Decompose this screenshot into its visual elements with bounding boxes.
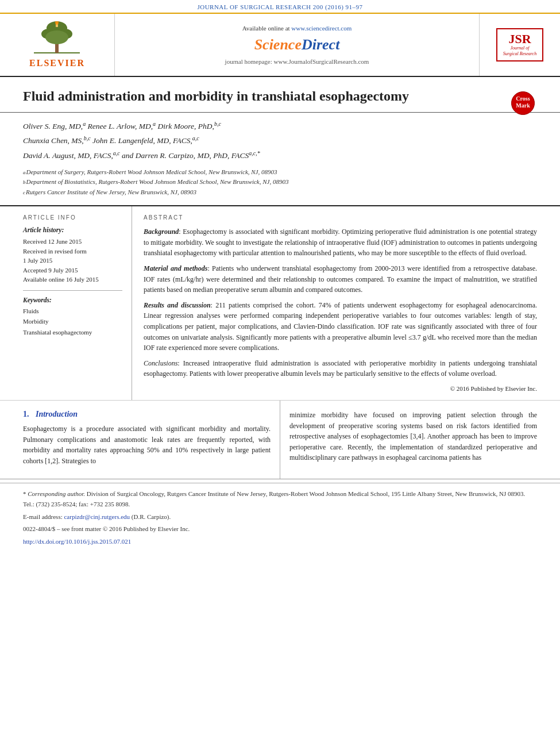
journal-homepage: journal homepage: www.JournalofSurgicalR… (225, 58, 369, 65)
section-number: 1. (23, 410, 29, 418)
jsr-abbr: JSR (503, 33, 536, 45)
introduction-col-left: 1. Introduction Esophagectomy is a proce… (0, 401, 280, 479)
author-and: and (122, 151, 136, 160)
authors-section: Oliver S. Eng, MD,a Renee L. Arlow, MD,a… (0, 113, 560, 206)
elsevier-logo-area: ELSEVIER (0, 14, 115, 76)
author4: Chunxia Chen, MS,b,c (23, 136, 91, 145)
doi-line: http://dx.doi.org/10.1016/j.jss.2015.07.… (23, 537, 537, 547)
doi-link[interactable]: http://dx.doi.org/10.1016/j.jss.2015.07.… (23, 538, 131, 545)
authors-line: Oliver S. Eng, MD,a Renee L. Arlow, MD,a… (23, 118, 537, 162)
svg-point-5 (45, 30, 68, 44)
author3: Dirk Moore, PhD,b,c (157, 122, 221, 130)
sciencedirect-direct: Direct (302, 36, 339, 53)
abstract-results: Results and discussion: 211 patients com… (144, 300, 537, 353)
keyword-morbidity: Morbidity (23, 316, 122, 327)
svg-text:Cross: Cross (516, 95, 530, 102)
email-note: E-mail address: carpizdr@cinj.rutgers.ed… (23, 512, 537, 522)
history-received: Received 12 June 2015 (23, 237, 122, 247)
svg-rect-1 (55, 43, 59, 53)
sciencedirect-url[interactable]: www.sciencedirect.com (291, 25, 352, 32)
affiliation-b: b Department of Biostatistics, Rutgers-R… (23, 177, 537, 187)
author6: David A. August, MD, FACS,a,c (23, 151, 120, 160)
email-parens: (D.R. Carpizo). (132, 513, 171, 520)
history-online: Available online 16 July 2015 (23, 275, 122, 284)
introduction-heading: 1. Introduction (23, 410, 271, 419)
author5: John E. Langenfeld, MD, FACS,a,c (92, 136, 199, 145)
history-revised-date: 1 July 2015 (23, 256, 122, 266)
author1: Oliver S. Eng, MD,a (23, 122, 86, 130)
footer: * Corresponding author. Division of Surg… (0, 483, 560, 552)
keyword-fluids: Fluids (23, 306, 122, 317)
email-link[interactable]: carpizdr@cinj.rutgers.edu (64, 513, 130, 520)
abstract-background: Background: Esophagectomy is associated … (144, 226, 537, 259)
history-revised-label: Received in revised form (23, 247, 122, 256)
crossmark-badge[interactable]: Cross Mark (508, 89, 537, 117)
abstract-col: ABSTRACT Background: Esophagectomy is as… (132, 206, 560, 400)
footer-divider (0, 479, 560, 479)
intro-para-right: minimize morbidity have focused on impro… (289, 410, 537, 463)
abstract-methods: Material and methods: Patients who under… (144, 263, 537, 295)
intro-para-left: Esophagectomy is a procedure associated … (23, 424, 271, 466)
elsevier-tree-icon (31, 21, 83, 56)
elsevier-wordmark: ELSEVIER (29, 58, 85, 68)
elsevier-logo: ELSEVIER (29, 21, 85, 68)
affiliations: a Department of Surgery, Rutgers-Robert … (23, 167, 537, 198)
jsr-badge: JSR Journal ofSurgical Research (496, 28, 543, 61)
journal-bar: JOURNAL OF SURGICAL RESEARCH 200 (2016) … (0, 0, 560, 14)
available-online-label: Available online at www.sciencedirect.co… (242, 25, 352, 32)
journal-bar-text: JOURNAL OF SURGICAL RESEARCH 200 (2016) … (197, 3, 362, 10)
title-section: Fluid administration and morbidity in tr… (0, 77, 560, 113)
abstract-conclusions: Conclusions: Increased intraoperative fl… (144, 358, 537, 379)
star-symbol: * Corresponding author. (23, 490, 85, 497)
introduction-col-right: minimize morbidity have focused on impro… (280, 401, 560, 479)
author2: Renee L. Arlow, MD,a (88, 122, 156, 130)
sciencedirect-logo: ScienceDirect (254, 36, 340, 53)
jsr-badge-area: JSR Journal ofSurgical Research (480, 14, 560, 76)
introduction-section: 1. Introduction Esophagectomy is a proce… (0, 401, 560, 479)
author7: Darren R. Carpizo, MD, PhD, FACSa,c,* (136, 151, 260, 160)
issn-line: 0022-4804/$ – see front matter © 2016 Pu… (23, 524, 537, 534)
svg-text:Mark: Mark (516, 102, 530, 109)
affiliation-c: c Rutgers Cancer Institute of New Jersey… (23, 187, 537, 198)
sciencedirect-area: Available online at www.sciencedirect.co… (115, 14, 480, 76)
section-title: Introduction (36, 410, 78, 418)
article-info-col: ARTICLE INFO Article history: Received 1… (0, 206, 132, 400)
article-history-title: Article history: (23, 226, 122, 233)
page-header: ELSEVIER Available online at www.science… (0, 14, 560, 77)
copyright-line: © 2016 Published by Elsevier Inc. (144, 385, 537, 392)
crossmark-icon: Cross Mark (510, 90, 536, 116)
history-divider (23, 290, 122, 291)
history-accepted: Accepted 9 July 2015 (23, 266, 122, 275)
article-info-abstract: ARTICLE INFO Article history: Received 1… (0, 206, 560, 401)
jsr-full-name: Journal ofSurgical Research (503, 45, 536, 56)
corresponding-author-note: * Corresponding author. Division of Surg… (23, 489, 537, 509)
affiliation-a: a Department of Surgery, Rutgers-Robert … (23, 167, 537, 178)
keywords-title: Keywords: (23, 297, 122, 303)
email-label: E-mail address: (23, 513, 64, 520)
abstract-label: ABSTRACT (144, 214, 537, 221)
keyword-transhiatal: Transhiatal esophagectomy (23, 327, 122, 338)
article-title: Fluid administration and morbidity in tr… (23, 87, 482, 105)
corresponding-author-text: Division of Surgical Oncology, Rutgers C… (23, 490, 525, 507)
article-info-label: ARTICLE INFO (23, 214, 122, 221)
